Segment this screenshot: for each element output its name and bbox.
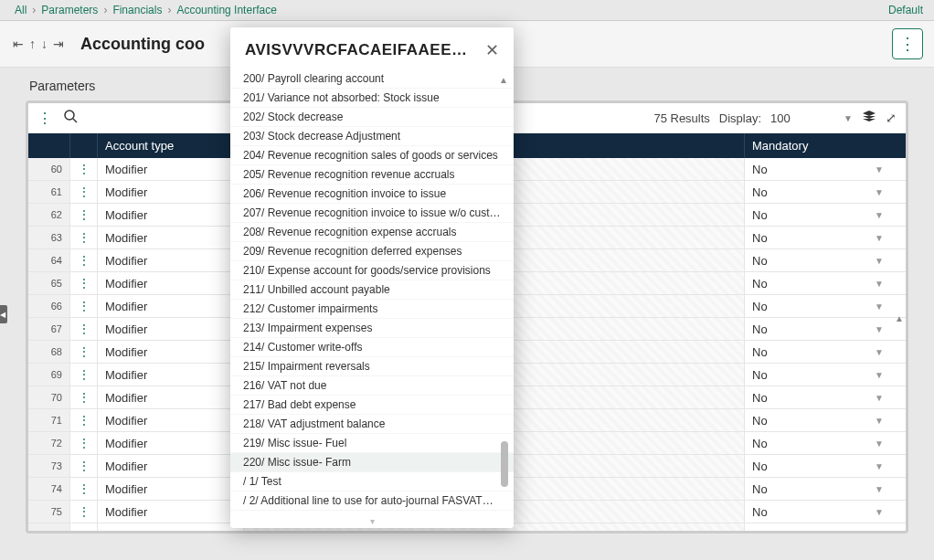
breadcrumb-item[interactable]: Parameters (37, 4, 101, 16)
row-menu-icon[interactable]: ⋮ (70, 409, 98, 431)
row-menu-icon[interactable]: ⋮ (70, 249, 98, 271)
popup-item[interactable]: 215/ Impairment reversals (230, 357, 514, 376)
up-icon[interactable]: ↑ (27, 35, 37, 53)
popup-item[interactable]: 214/ Customer write-offs (230, 338, 514, 357)
cell-account-type[interactable]: Modifier (98, 158, 244, 180)
cell-account-type[interactable]: Modifier (98, 181, 244, 203)
scroll-up-icon[interactable]: ▲ (895, 313, 904, 323)
popup-item[interactable]: 218/ VAT adjustment balance (230, 415, 514, 434)
panel-collapse-handle[interactable]: ◀ (0, 305, 7, 323)
last-icon[interactable]: ⇥ (51, 35, 66, 53)
cell-mandatory[interactable]: No▼ (745, 227, 891, 248)
cell-account-type[interactable]: Modifier (98, 204, 244, 226)
popup-item[interactable]: 217/ Bad debt expense (230, 396, 514, 415)
cell-mandatory[interactable]: No▼ (745, 181, 891, 203)
cell-account-type[interactable] (98, 523, 244, 531)
row-menu-icon[interactable]: ⋮ (70, 432, 98, 454)
popup-item[interactable]: 201/ Variance not absorbed: Stock issue (230, 89, 514, 108)
popup-item[interactable]: 209/ Revenue recognition deferred expens… (230, 242, 514, 261)
popup-item[interactable]: / 2/ Additional line to use for auto-jou… (230, 491, 514, 511)
row-menu-icon[interactable]: ⋮ (70, 318, 98, 340)
cell-mandatory[interactable]: No▼ (745, 341, 891, 363)
popup-item[interactable]: 206/ Revenue recognition invoice to issu… (230, 185, 514, 204)
row-menu-icon[interactable]: ⋮ (70, 158, 98, 180)
cell-mandatory[interactable] (745, 523, 891, 531)
cell-account-type[interactable]: Modifier (98, 386, 244, 408)
expand-icon[interactable]: ⤢ (886, 111, 897, 125)
cell-mandatory[interactable]: No▼ (745, 386, 891, 408)
grid-menu-icon[interactable]: ⋮ (37, 110, 52, 127)
popup-item[interactable]: 212/ Customer impairments (230, 300, 514, 319)
cell-mandatory[interactable]: No▼ (745, 295, 891, 317)
search-icon[interactable] (63, 109, 78, 127)
popup-item[interactable]: 213/ Impairment expenses (230, 319, 514, 338)
cell-mandatory[interactable]: No▼ (745, 432, 891, 454)
row-menu-icon[interactable]: ⋮ (70, 501, 98, 523)
popup-item[interactable]: 211/ Unbilled account payable (230, 280, 514, 300)
breadcrumb-item[interactable]: Accounting Interface (173, 4, 280, 16)
popup-scroll-thumb[interactable] (501, 441, 508, 487)
breadcrumb-right[interactable]: Default (888, 4, 923, 16)
cell-account-type[interactable]: Modifier (98, 249, 244, 271)
cell-mandatory[interactable]: No▼ (745, 478, 891, 500)
popup-item[interactable]: 205/ Revenue recognition revenue accrual… (230, 165, 514, 185)
breadcrumb-item[interactable]: All (11, 4, 30, 16)
cell-mandatory[interactable]: No▼ (745, 409, 891, 431)
cell-account-type[interactable]: Modifier (98, 501, 244, 523)
grid-scrollbar[interactable]: ▲ ▼ (895, 313, 904, 531)
down-icon[interactable]: ↓ (39, 35, 49, 53)
cell-account-type[interactable]: Modifier (98, 409, 244, 431)
col-account-type[interactable]: Account type (98, 133, 244, 158)
breadcrumb-item[interactable]: Financials (109, 4, 165, 16)
cell-account-type[interactable]: Modifier (98, 341, 244, 363)
row-menu-icon[interactable]: ⋮ (70, 478, 98, 500)
cell-account-type[interactable]: Modifier (98, 478, 244, 500)
layers-icon[interactable] (862, 110, 876, 127)
popup-item[interactable]: 200/ Payroll clearing account (230, 69, 514, 89)
popup-item[interactable]: 216/ VAT not due (230, 376, 514, 396)
popup-item[interactable]: 220/ Misc issue- Farm (230, 453, 514, 472)
chevron-down-icon[interactable]: ▼ (844, 113, 853, 123)
popup-item[interactable]: 203/ Stock decrease Adjustment (230, 127, 514, 146)
cell-mandatory[interactable]: No▼ (745, 249, 891, 271)
popup-item[interactable]: 204/ Revenue recognition sales of goods … (230, 146, 514, 165)
scroll-up-icon[interactable]: ▲ (499, 75, 508, 85)
cell-mandatory[interactable]: No▼ (745, 204, 891, 226)
row-menu-icon[interactable]: ⋮ (70, 295, 98, 317)
close-icon[interactable]: ✕ (485, 40, 499, 60)
cell-mandatory[interactable]: No▼ (745, 318, 891, 340)
popup-list[interactable]: ▲ 200/ Payroll clearing account201/ Vari… (230, 69, 514, 514)
row-menu-icon[interactable]: ⋮ (70, 386, 98, 408)
cell-account-type[interactable]: Modifier (98, 227, 244, 248)
row-menu-icon[interactable]: ⋮ (70, 272, 98, 294)
display-value[interactable]: 100 (770, 111, 834, 125)
more-button[interactable]: ⋮ (892, 28, 923, 59)
cell-account-type[interactable]: Modifier (98, 272, 244, 294)
cell-mandatory[interactable]: No▼ (745, 455, 891, 477)
row-menu-icon[interactable]: ⋮ (70, 227, 98, 248)
row-menu-icon[interactable]: ⋮ (70, 204, 98, 226)
row-menu-icon[interactable]: ⋮ (70, 364, 98, 386)
col-mandatory[interactable]: Mandatory (745, 133, 891, 158)
chevron-down-icon[interactable]: ▾ (230, 514, 514, 528)
popup-item[interactable]: 202/ Stock decrease (230, 108, 514, 127)
popup-item[interactable]: 207/ Revenue recognition invoice to issu… (230, 204, 514, 223)
popup-item[interactable]: 219/ Misc issue- Fuel (230, 434, 514, 453)
cell-account-type[interactable]: Modifier (98, 318, 244, 340)
popup-item[interactable]: / 1/ Test (230, 472, 514, 491)
cell-mandatory[interactable]: No▼ (745, 501, 891, 523)
cell-mandatory[interactable]: No▼ (745, 364, 891, 386)
cell-account-type[interactable]: Modifier (98, 364, 244, 386)
cell-account-type[interactable]: Modifier (98, 432, 244, 454)
cell-account-type[interactable]: Modifier (98, 295, 244, 317)
row-menu-icon[interactable]: ⋮ (70, 181, 98, 203)
cell-mandatory[interactable]: No▼ (745, 272, 891, 294)
popup-item[interactable]: 210/ Expense account for goods/service p… (230, 261, 514, 280)
row-menu-icon[interactable] (70, 523, 98, 531)
cell-account-type[interactable]: Modifier (98, 455, 244, 477)
row-menu-icon[interactable]: ⋮ (70, 341, 98, 363)
cell-mandatory[interactable]: No▼ (745, 158, 891, 180)
popup-item[interactable]: 208/ Revenue recognition expense accrual… (230, 223, 514, 242)
row-menu-icon[interactable]: ⋮ (70, 455, 98, 477)
first-icon[interactable]: ⇤ (11, 35, 26, 53)
